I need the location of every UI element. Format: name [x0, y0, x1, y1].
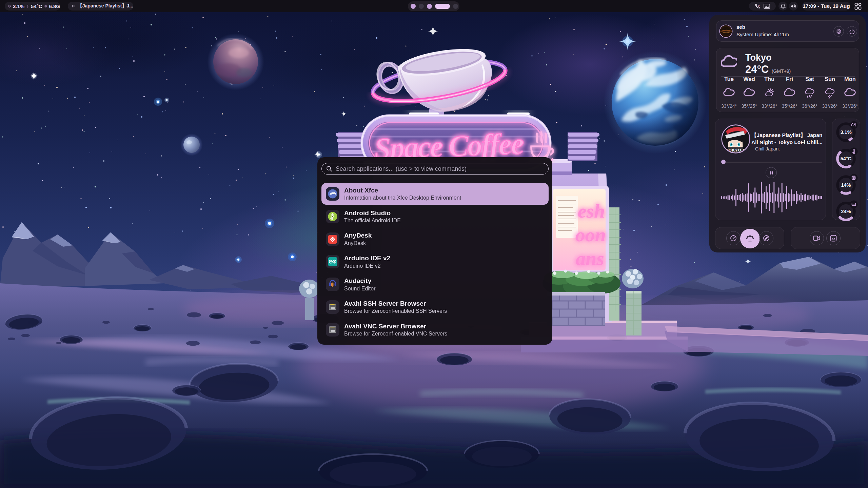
svg-text:oon: oon	[575, 224, 606, 246]
svg-text:35°/25°: 35°/25°	[741, 103, 757, 109]
svg-text:14%: 14%	[841, 182, 851, 188]
svg-text:Sun: Sun	[825, 76, 835, 82]
svg-text:Mon: Mon	[844, 76, 856, 82]
svg-text:Thu: Thu	[764, 76, 774, 82]
svg-text:33°/26°: 33°/26°	[762, 103, 777, 109]
svg-text:C: C	[758, 5, 760, 8]
svg-text:Sat: Sat	[805, 76, 814, 82]
svg-text:33°/26°: 33°/26°	[842, 103, 858, 109]
svg-text:3.1%: 3.1%	[840, 129, 851, 135]
svg-text:24%: 24%	[841, 209, 851, 214]
svg-text:esh: esh	[578, 200, 605, 222]
svg-text:35°/26°: 35°/26°	[782, 103, 797, 109]
svg-text:54°C: 54°C	[841, 156, 852, 161]
svg-text:Fri: Fri	[786, 76, 793, 82]
svg-text:Tue: Tue	[724, 76, 734, 82]
svg-text:33°/24°: 33°/24°	[721, 103, 737, 109]
svg-text:ans: ans	[576, 247, 604, 269]
svg-text:33°/26°: 33°/26°	[822, 103, 837, 109]
svg-text:Wed: Wed	[743, 76, 755, 82]
svg-text:36°/26°: 36°/26°	[802, 103, 817, 109]
